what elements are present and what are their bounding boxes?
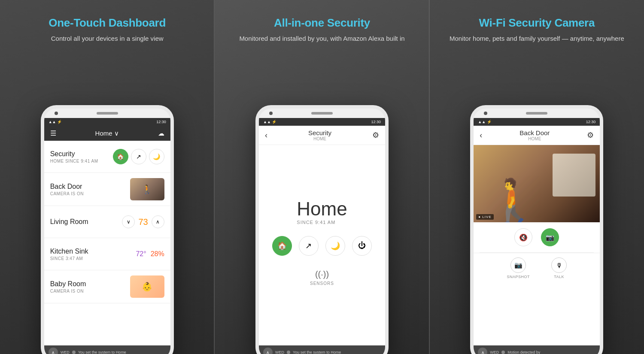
phone2: ▲▲ ⚡ 12:30 ‹ Security HOME ⚙ Home SI [255,105,389,354]
sensors-section[interactable]: ((·)) SENSORS [303,263,341,293]
phone3-camera-dot [484,112,487,115]
cam-back-arrow[interactable]: ‹ [480,131,482,140]
thermo-up-btn[interactable]: ∧ [152,215,164,228]
phone1-status-bar: ▲▲ ⚡ 12:30 [44,118,170,126]
phone3-signal-icons: ▲▲ ⚡ [478,120,584,124]
cam-kitchen-bg [553,154,595,197]
backdoor-camera-thumb[interactable]: 🚶 [130,178,164,200]
notif-expand-btn[interactable]: ∧ [49,348,58,354]
cam-snapshot-action[interactable]: 📷 SNAPSHOT [507,257,530,279]
cloud-icon[interactable]: ☁ [158,130,164,137]
phone2-top [259,109,385,118]
panel1-title: One-Touch Dashboard [49,16,166,30]
sec-mode-text: Home [297,198,347,220]
phone2-status-bar: ▲▲ ⚡ 12:30 [259,118,385,126]
list-item-security[interactable]: Security HOME SINCE 9:41 AM 🏠 ↗ 🌙 [44,141,170,173]
notif-day2: WED [275,350,284,354]
panel-security: All-in-one Security Monitored and instal… [214,0,429,354]
security-name: Security [50,150,113,158]
notif-dot [72,351,76,354]
notif-dot2 [287,351,290,354]
kitchen-humidity: 28% [151,250,164,258]
panel2-header: All-in-one Security Monitored and instal… [226,0,417,51]
thermostat-controls: ∨ 73 ∧ [122,215,164,228]
camera-main-screen: 🚶 ● LIVE 🔇 📷 📷 [474,145,600,345]
sec-btn-night[interactable]: 🌙 [325,236,345,256]
notif-text1: You set the system to Home [78,350,126,354]
gear-icon[interactable]: ⚙ [372,130,379,140]
phone2-time: 12:30 [371,120,381,124]
phone3-screen: ▲▲ ⚡ 12:30 ‹ Back Door HOME ⚙ [474,118,600,354]
cam-record-btn[interactable]: 📷 [541,228,559,246]
phone1-signal-icons: ▲▲ ⚡ [49,120,155,124]
panel-camera: Wi-Fi Security Camera Monitor home, pets… [430,0,644,354]
cam-header-center: Back Door HOME [519,129,550,141]
babyroom-sub: CAMERA IS ON [50,289,130,293]
livingroom-name: Living Room [50,218,122,226]
security-controls: 🏠 ↗ 🌙 [113,149,164,164]
phone3-app-header: ‹ Back Door HOME ⚙ [474,126,600,145]
cam-mute-btn[interactable]: 🔇 [514,228,532,246]
list-item-backdoor[interactable]: Back Door CAMERA IS ON 🚶 [44,173,170,206]
kitchen-name: Kitchen Sink [50,248,136,255]
panel-one-touch: One-Touch Dashboard Control all your dev… [0,0,214,354]
security-main-screen: Home SINCE 9:41 AM 🏠 ↗ 🌙 ⏻ ((·)) SENSORS [259,145,385,345]
thermo-down-btn[interactable]: ∨ [122,215,135,228]
cam-talk-action[interactable]: 🎙 TALK [551,257,567,279]
mode-night-btn[interactable]: 🌙 [149,149,164,164]
phone1-app-header: ☰ Home ∨ ☁ [44,126,170,141]
sec-header-center: Security HOME [308,129,331,141]
cam-screen-sub: HOME [519,136,550,141]
notif-expand-btn3[interactable]: ∧ [478,348,487,354]
phone1-camera-dot [55,112,58,115]
camera-video-feed[interactable]: 🚶 ● LIVE [474,145,600,222]
notif-day3: WED [490,350,499,354]
phone2-signal-icons: ▲▲ ⚡ [263,120,369,124]
phone1-notif-bar[interactable]: ∧ WED You set the system to Home [44,345,170,354]
list-item-livingroom[interactable]: Living Room ∨ 73 ∧ [44,206,170,238]
livingroom-text: Living Room [50,218,122,226]
divider2 [429,0,429,354]
cam-gear-icon[interactable]: ⚙ [587,130,594,140]
phone2-notif-bar[interactable]: ∧ WED You set the system to Home [259,345,385,354]
camera-controls: 🔇 📷 [474,222,600,252]
phone1-dashboard-list: Security HOME SINCE 9:41 AM 🏠 ↗ 🌙 Back D… [44,141,170,345]
back-arrow-icon[interactable]: ‹ [265,131,267,140]
phone1-top [44,109,170,118]
notif-dot3 [501,351,505,354]
phone1-wrapper: ▲▲ ⚡ 12:30 ☰ Home ∨ ☁ Security HOME SINC… [41,105,174,354]
sec-main-content: Home SINCE 9:41 AM 🏠 ↗ 🌙 ⏻ ((·)) SENSORS [259,145,385,345]
notif-text3: Motion detected by [507,350,540,354]
phone1-screen: ▲▲ ⚡ 12:30 ☰ Home ∨ ☁ Security HOME SINC… [44,118,170,354]
notif-text2: You set the system to Home [293,350,341,354]
panel1-header: One-Touch Dashboard Control all your dev… [36,0,179,51]
babyroom-camera-thumb[interactable]: 👶 [130,275,164,298]
sec-mode-buttons: 🏠 ↗ 🌙 ⏻ [272,236,372,256]
mode-away-btn[interactable]: ↗ [131,149,146,164]
cam-snapshot-icon[interactable]: 📷 [510,257,526,273]
security-text: Security HOME SINCE 9:41 AM [50,150,113,163]
phone1-home-title[interactable]: Home ∨ [95,130,119,137]
notif-expand-btn2[interactable]: ∧ [263,348,273,354]
sec-btn-away[interactable]: ↗ [299,236,319,256]
sec-mode-label: Home SINCE 9:41 AM [297,198,347,225]
sec-btn-power[interactable]: ⏻ [352,236,372,256]
phone1: ▲▲ ⚡ 12:30 ☰ Home ∨ ☁ Security HOME SINC… [41,105,174,354]
panel3-subtitle: Monitor home, pets and family yourself —… [450,34,624,43]
panel1-subtitle: Control all your devices in a single vie… [49,34,166,43]
cam-talk-icon[interactable]: 🎙 [551,257,567,273]
phone3-notif-bar[interactable]: ∧ WED Motion detected by [474,345,600,354]
phone3-wrapper: ▲▲ ⚡ 12:30 ‹ Back Door HOME ⚙ [470,105,603,354]
backdoor-text: Back Door CAMERA IS ON [50,183,130,196]
menu-icon[interactable]: ☰ [50,129,56,137]
mode-home-btn[interactable]: 🏠 [113,149,128,164]
sec-btn-home[interactable]: 🏠 [272,236,292,256]
cam-screen-title: Back Door [519,129,550,136]
list-item-kitchen[interactable]: Kitchen Sink SINCE 3:47 AM 72° 28% [44,238,170,270]
security-sub: HOME SINCE 9:41 AM [50,159,113,163]
kitchen-sub: SINCE 3:47 AM [50,256,136,261]
backdoor-name: Back Door [50,183,130,191]
phone3-status-bar: ▲▲ ⚡ 12:30 [474,118,600,126]
list-item-babyroom[interactable]: Baby Room CAMERA IS ON 👶 [44,270,170,303]
sec-screen-title: Security [308,129,331,136]
